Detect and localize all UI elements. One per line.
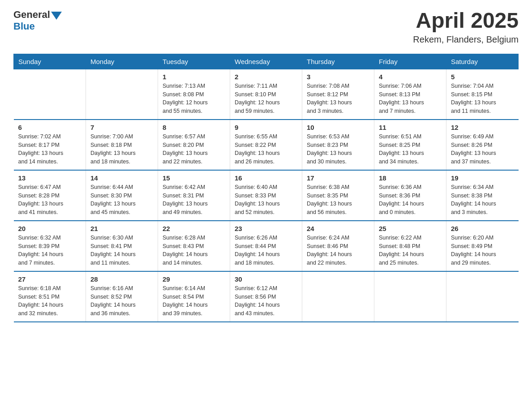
calendar-week-row: 20Sunrise: 6:32 AM Sunset: 8:39 PM Dayli…: [14, 221, 519, 271]
calendar-day-cell: 7Sunrise: 7:00 AM Sunset: 8:18 PM Daylig…: [86, 120, 158, 170]
logo-general-text: General: [13, 9, 50, 21]
month-year-title: April 2025: [413, 9, 519, 33]
day-number: 28: [90, 275, 153, 283]
calendar-day-cell: 9Sunrise: 6:55 AM Sunset: 8:22 PM Daylig…: [230, 120, 302, 170]
day-of-week-header: Saturday: [446, 54, 519, 69]
day-number: 12: [451, 124, 514, 131]
day-info: Sunrise: 6:55 AM Sunset: 8:22 PM Dayligh…: [235, 133, 297, 166]
logo-triangle-icon: [51, 12, 62, 20]
calendar-day-cell: 18Sunrise: 6:36 AM Sunset: 8:36 PM Dayli…: [374, 170, 446, 221]
day-number: 20: [18, 225, 82, 232]
calendar-header: SundayMondayTuesdayWednesdayThursdayFrid…: [14, 54, 519, 69]
logo: General Blue: [13, 9, 62, 32]
calendar-day-cell: 22Sunrise: 6:28 AM Sunset: 8:43 PM Dayli…: [158, 221, 230, 271]
day-info: Sunrise: 6:30 AM Sunset: 8:41 PM Dayligh…: [90, 234, 153, 267]
day-info: Sunrise: 6:12 AM Sunset: 8:56 PM Dayligh…: [235, 284, 297, 318]
day-info: Sunrise: 6:18 AM Sunset: 8:51 PM Dayligh…: [18, 284, 82, 318]
day-number: 25: [379, 225, 442, 232]
calendar-day-cell: [86, 69, 158, 120]
day-info: Sunrise: 7:06 AM Sunset: 8:13 PM Dayligh…: [379, 82, 442, 116]
calendar-day-cell: 25Sunrise: 6:22 AM Sunset: 8:48 PM Dayli…: [374, 221, 446, 271]
calendar-day-cell: 12Sunrise: 6:49 AM Sunset: 8:26 PM Dayli…: [446, 120, 519, 170]
calendar-day-cell: 21Sunrise: 6:30 AM Sunset: 8:41 PM Dayli…: [86, 221, 158, 271]
day-number: 7: [90, 124, 153, 131]
calendar-day-cell: [302, 271, 374, 322]
calendar-day-cell: [446, 271, 519, 322]
day-number: 23: [235, 225, 297, 232]
day-number: 13: [18, 174, 82, 182]
calendar-day-cell: 3Sunrise: 7:08 AM Sunset: 8:12 PM Daylig…: [302, 69, 374, 120]
calendar-day-cell: 8Sunrise: 6:57 AM Sunset: 8:20 PM Daylig…: [158, 120, 230, 170]
calendar-day-cell: 20Sunrise: 6:32 AM Sunset: 8:39 PM Dayli…: [14, 221, 86, 271]
day-info: Sunrise: 6:32 AM Sunset: 8:39 PM Dayligh…: [18, 234, 82, 267]
calendar-day-cell: 27Sunrise: 6:18 AM Sunset: 8:51 PM Dayli…: [14, 271, 86, 322]
day-number: 5: [451, 73, 514, 81]
calendar-week-row: 6Sunrise: 7:02 AM Sunset: 8:17 PM Daylig…: [14, 120, 519, 170]
day-info: Sunrise: 6:24 AM Sunset: 8:46 PM Dayligh…: [307, 234, 369, 267]
calendar-week-row: 1Sunrise: 7:13 AM Sunset: 8:08 PM Daylig…: [14, 69, 519, 120]
day-number: 14: [90, 174, 153, 182]
location-subtitle: Rekem, Flanders, Belgium: [413, 34, 519, 45]
day-info: Sunrise: 6:22 AM Sunset: 8:48 PM Dayligh…: [379, 234, 442, 267]
day-number: 17: [307, 174, 369, 182]
calendar-day-cell: 5Sunrise: 7:04 AM Sunset: 8:15 PM Daylig…: [446, 69, 519, 120]
day-info: Sunrise: 6:20 AM Sunset: 8:49 PM Dayligh…: [451, 234, 514, 267]
day-info: Sunrise: 6:28 AM Sunset: 8:43 PM Dayligh…: [163, 234, 225, 267]
day-number: 8: [163, 124, 225, 131]
day-number: 1: [163, 73, 225, 81]
day-number: 6: [18, 124, 82, 131]
day-of-week-header: Friday: [374, 54, 446, 69]
day-info: Sunrise: 6:44 AM Sunset: 8:30 PM Dayligh…: [90, 183, 153, 217]
calendar-day-cell: 6Sunrise: 7:02 AM Sunset: 8:17 PM Daylig…: [14, 120, 86, 170]
day-info: Sunrise: 7:02 AM Sunset: 8:17 PM Dayligh…: [18, 133, 82, 166]
calendar-table: SundayMondayTuesdayWednesdayThursdayFrid…: [13, 54, 519, 322]
day-number: 24: [307, 225, 369, 232]
day-number: 2: [235, 73, 297, 81]
day-number: 30: [235, 275, 297, 283]
day-info: Sunrise: 7:04 AM Sunset: 8:15 PM Dayligh…: [451, 82, 514, 116]
day-number: 22: [163, 225, 225, 232]
day-of-week-header: Sunday: [14, 54, 86, 69]
day-info: Sunrise: 6:36 AM Sunset: 8:36 PM Dayligh…: [379, 183, 442, 217]
calendar-day-cell: 1Sunrise: 7:13 AM Sunset: 8:08 PM Daylig…: [158, 69, 230, 120]
calendar-day-cell: [374, 271, 446, 322]
day-info: Sunrise: 7:13 AM Sunset: 8:08 PM Dayligh…: [163, 82, 225, 116]
day-number: 15: [163, 174, 225, 182]
day-of-week-header: Monday: [86, 54, 158, 69]
day-number: 18: [379, 174, 442, 182]
day-number: 27: [18, 275, 82, 283]
day-info: Sunrise: 6:14 AM Sunset: 8:54 PM Dayligh…: [163, 284, 225, 318]
calendar-day-cell: 29Sunrise: 6:14 AM Sunset: 8:54 PM Dayli…: [158, 271, 230, 322]
page-header: General Blue April 2025 Rekem, Flanders,…: [13, 9, 519, 45]
day-info: Sunrise: 7:08 AM Sunset: 8:12 PM Dayligh…: [307, 82, 369, 116]
day-number: 11: [379, 124, 442, 131]
day-number: 10: [307, 124, 369, 131]
day-number: 21: [90, 225, 153, 232]
day-info: Sunrise: 6:51 AM Sunset: 8:25 PM Dayligh…: [379, 133, 442, 166]
day-info: Sunrise: 6:57 AM Sunset: 8:20 PM Dayligh…: [163, 133, 225, 166]
day-info: Sunrise: 6:47 AM Sunset: 8:28 PM Dayligh…: [18, 183, 82, 217]
calendar-day-cell: 15Sunrise: 6:42 AM Sunset: 8:31 PM Dayli…: [158, 170, 230, 221]
calendar-day-cell: 23Sunrise: 6:26 AM Sunset: 8:44 PM Dayli…: [230, 221, 302, 271]
calendar-week-row: 27Sunrise: 6:18 AM Sunset: 8:51 PM Dayli…: [14, 271, 519, 322]
calendar-week-row: 13Sunrise: 6:47 AM Sunset: 8:28 PM Dayli…: [14, 170, 519, 221]
day-number: 26: [451, 225, 514, 232]
title-block: April 2025 Rekem, Flanders, Belgium: [413, 9, 519, 45]
calendar-day-cell: 28Sunrise: 6:16 AM Sunset: 8:52 PM Dayli…: [86, 271, 158, 322]
day-number: 4: [379, 73, 442, 81]
calendar-body: 1Sunrise: 7:13 AM Sunset: 8:08 PM Daylig…: [14, 69, 519, 322]
day-number: 16: [235, 174, 297, 182]
day-header-row: SundayMondayTuesdayWednesdayThursdayFrid…: [14, 54, 519, 69]
calendar-day-cell: 30Sunrise: 6:12 AM Sunset: 8:56 PM Dayli…: [230, 271, 302, 322]
day-info: Sunrise: 6:38 AM Sunset: 8:35 PM Dayligh…: [307, 183, 369, 217]
calendar-day-cell: 10Sunrise: 6:53 AM Sunset: 8:23 PM Dayli…: [302, 120, 374, 170]
calendar-day-cell: 14Sunrise: 6:44 AM Sunset: 8:30 PM Dayli…: [86, 170, 158, 221]
calendar-day-cell: 17Sunrise: 6:38 AM Sunset: 8:35 PM Dayli…: [302, 170, 374, 221]
day-of-week-header: Thursday: [302, 54, 374, 69]
day-info: Sunrise: 7:11 AM Sunset: 8:10 PM Dayligh…: [235, 82, 297, 116]
day-info: Sunrise: 6:26 AM Sunset: 8:44 PM Dayligh…: [235, 234, 297, 267]
calendar-day-cell: 4Sunrise: 7:06 AM Sunset: 8:13 PM Daylig…: [374, 69, 446, 120]
calendar-day-cell: 24Sunrise: 6:24 AM Sunset: 8:46 PM Dayli…: [302, 221, 374, 271]
day-info: Sunrise: 6:40 AM Sunset: 8:33 PM Dayligh…: [235, 183, 297, 217]
calendar-day-cell: 26Sunrise: 6:20 AM Sunset: 8:49 PM Dayli…: [446, 221, 519, 271]
